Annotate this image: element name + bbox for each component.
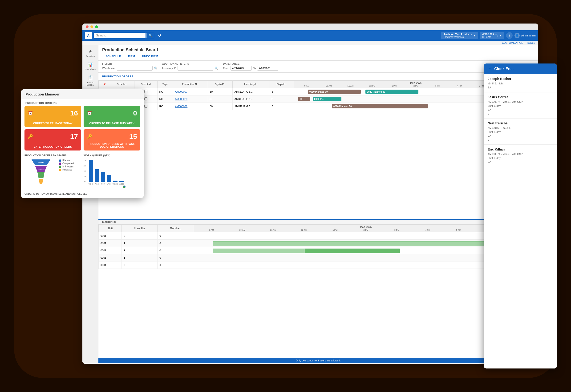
from-label: From [223, 67, 229, 70]
warehouse-input[interactable] [117, 66, 152, 70]
pm-card-title: Production Manager [25, 92, 60, 96]
sidebar-item-favorites[interactable]: ★ Favorites [83, 47, 97, 59]
pm-kpi-row-1: ⏰ 16 ORDERS TO RELEASE TODAY ⏰ 0 ORDERS … [21, 106, 144, 129]
time-12pm: 12 PM [361, 85, 383, 87]
person-1-detail1: vShift 2, night [488, 82, 553, 85]
po-row-2: S RO AM000029 3 AMKEURIG 5... 5 00 [99, 96, 538, 103]
chrome-minimize[interactable] [90, 25, 93, 28]
chrome-maximize[interactable] [95, 25, 98, 28]
col-inventory-id[interactable]: Inventory I... [232, 81, 270, 88]
m-time-11am: 11 AM [258, 229, 289, 231]
date-selector[interactable]: 4/21/2023 8:19 AM To ▼ [480, 32, 504, 39]
svg-text:WC10: WC10 [95, 183, 99, 185]
m-time-4pm: 4 PM [412, 229, 443, 231]
col-type[interactable]: Type [157, 81, 173, 88]
user-name: admin admin [521, 34, 536, 37]
page-header: Production Schedule Board SCHEDULE FIRM … [98, 45, 538, 61]
page-tabs: SCHEDULE FIRM UNDO FIRM [102, 54, 534, 59]
m-time-9am: 9 AM [196, 229, 227, 231]
customization-link[interactable]: CUSTOMIZATION [502, 42, 523, 44]
user-avatar-icon: 👤 [514, 33, 520, 38]
row1-dispatch: 5 [270, 88, 294, 96]
pm-charts-row: PRODUCTION ORDERS BY STATUS Planned Comp… [21, 153, 144, 191]
user-menu[interactable]: 👤 admin admin [514, 33, 536, 38]
m2-shift: 0001 [99, 239, 122, 247]
machines-section: MACHINES Shift Crew Size Machine... Mon … [98, 219, 538, 358]
inventory-id-input[interactable] [178, 66, 213, 70]
kpi-orders-week[interactable]: ⏰ 0 ORDERS TO RELEASE THIS WEEK [84, 106, 140, 127]
pm-kpi-row-2: 🔑 17 LATE PRODUCTION ORDERS 🔑 15 PRODUCT… [21, 129, 144, 153]
svg-rect-11 [89, 160, 93, 182]
search-input[interactable] [94, 33, 146, 38]
filters-title: FILTERS [102, 63, 158, 65]
po-section: PRODUCTION ORDERS + ℹ ⊞ 📌 Schedu... [98, 73, 538, 358]
search-button[interactable]: 🔍 [147, 33, 154, 38]
kpi-late-orders[interactable]: 🔑 17 LATE PRODUCTION ORDERS [25, 129, 81, 151]
schedule-table-wrapper[interactable]: 📌 Schedu... Selected Type Production N..… [98, 80, 538, 219]
person-4-name: Eric Killian [488, 147, 553, 151]
row1-inventory: AMKEURIG 5... [232, 88, 270, 96]
row1-checkbox[interactable] [144, 90, 147, 93]
bom-icon: 📋 [88, 75, 93, 80]
row3-qty: 50 [208, 103, 232, 110]
kpi-past-due[interactable]: 🔑 15 PRODUCTION ORDERS WITH PAST-DUE OPE… [84, 129, 140, 151]
tab-firm[interactable]: FIRM [125, 54, 138, 59]
kpi-week-icon: ⏰ [87, 111, 92, 116]
svg-rect-13 [101, 172, 105, 182]
kpi-today-icon: ⏰ [28, 111, 33, 116]
kpi-orders-today[interactable]: ⏰ 16 ORDERS TO RELEASE TODAY [25, 106, 81, 127]
tab-schedule[interactable]: SCHEDULE [102, 54, 124, 59]
help-button[interactable]: ? [506, 32, 513, 39]
tab-undo-firm[interactable]: UNDO FIRM [139, 54, 161, 59]
row2-production-number[interactable]: AM000029 [173, 96, 208, 103]
schedule-table: 📌 Schedu... Selected Type Production N..… [98, 80, 538, 110]
svg-text:Planned: Planned [38, 162, 44, 163]
inventory-search-icon: 🔍 [215, 67, 218, 70]
col-dispatch[interactable]: Dispatc... [270, 81, 294, 88]
window-chrome [82, 24, 538, 30]
machine-row-2: 0001 1 0 [99, 239, 538, 247]
row3-bar-1: 0010 Planned 50 [332, 104, 428, 108]
po-section-title: PRODUCTION ORDERS [102, 75, 134, 78]
to-date-input[interactable] [257, 66, 278, 70]
second-toolbar: CUSTOMIZATION TOOLS [82, 41, 538, 45]
m3-shift: 0001 [99, 247, 122, 254]
col-qty[interactable]: Qty to P... [208, 81, 232, 88]
person-4-detail3: EA [488, 160, 553, 164]
row3-production-number[interactable]: AM000032 [173, 103, 208, 110]
col-schedule[interactable]: Schedu... [110, 81, 134, 88]
clock-back-button[interactable]: ← [488, 66, 492, 71]
person-1-detail2: EA [488, 85, 553, 90]
date-caret-icon: ▼ [499, 34, 502, 37]
m5-shift: 0001 [99, 261, 122, 268]
current-date: 4/21/2023 [482, 33, 494, 36]
mcol-machine[interactable]: Machine... [158, 224, 194, 232]
chrome-close[interactable] [86, 25, 89, 28]
mcol-crew[interactable]: Crew Size [122, 224, 158, 232]
col-selected[interactable]: Selected [134, 81, 157, 88]
row3-dispatch: 5 [270, 103, 294, 110]
clock-panel-body[interactable]: Joseph Becher vShift 2, night EA Jesus C… [484, 74, 557, 367]
to-label: To [253, 67, 256, 70]
kpi-late-label: LATE PRODUCTION ORDERS [28, 145, 78, 148]
status-message: Only two concurrent users are allowed. [296, 359, 341, 362]
sidebar-item-bills-of-material[interactable]: 📋 Bills of Material [83, 73, 97, 88]
row2-dispatch: 5 [270, 96, 294, 103]
svg-text:WC30: WC30 [119, 183, 124, 185]
col-production-number[interactable]: Production N... [173, 81, 208, 88]
production-manager-card: Production Manager PRODUCTION ORDERS ⏰ 1… [21, 89, 144, 198]
clock-person-3: Neil Frerichs AM000169 - Keurig... Shift… [484, 119, 557, 145]
row2-bar-2: 0020 Pl... [313, 97, 341, 101]
sidebar-item-data-views[interactable]: 📊 Data Views [83, 60, 97, 72]
company-selector[interactable]: Revision Two Products Products Wholesale… [441, 32, 478, 39]
refresh-button[interactable]: ↺ [156, 32, 163, 39]
row1-production-number[interactable]: AM000007 [173, 88, 208, 96]
row2-checkbox[interactable] [144, 97, 147, 100]
tools-link[interactable]: TOOLS [526, 42, 535, 44]
top-nav: A 🔍 ↺ Revision Two Products Products Who… [82, 30, 538, 41]
from-date-input[interactable] [230, 66, 252, 70]
warehouse-label: Warehouse [102, 67, 115, 70]
mcol-shift[interactable]: Shift [99, 224, 122, 232]
clock-person-4: Eric Killian AM000074 - Manu... with OSP… [484, 145, 557, 167]
row3-checkbox[interactable] [144, 105, 147, 108]
